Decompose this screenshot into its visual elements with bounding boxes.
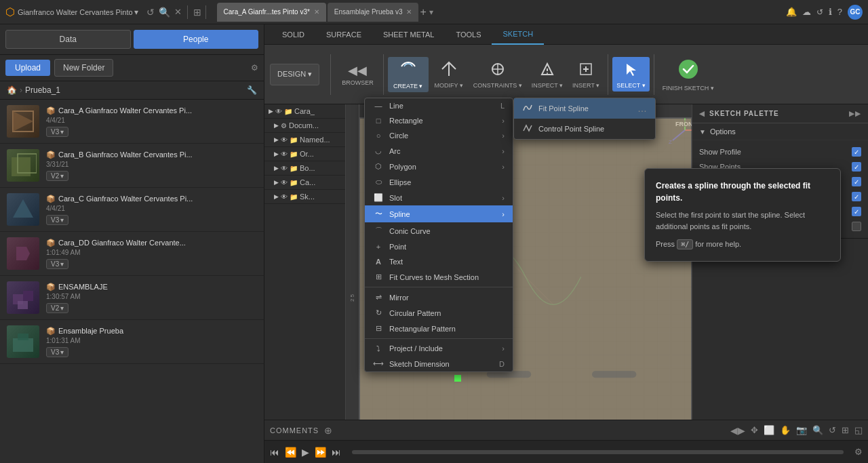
add-tab-button[interactable]: +: [420, 6, 426, 18]
new-folder-button[interactable]: New Folder: [54, 59, 113, 77]
camera-icon[interactable]: 📷: [796, 425, 807, 435]
menu-item-arc[interactable]: ◡ Arc ›: [365, 143, 513, 159]
tab-close-cara-a[interactable]: ✕: [314, 8, 319, 16]
file-version-badge[interactable]: V3▾: [46, 347, 68, 357]
eye-icon[interactable]: 👁: [275, 108, 282, 115]
fit-spline-more[interactable]: …: [637, 103, 647, 114]
hand-icon[interactable]: ✋: [780, 425, 791, 435]
menu-item-polygon[interactable]: ⬡ Polygon ›: [365, 159, 513, 174]
menu-item-project-include[interactable]: ⤵ Project / Include ›: [365, 341, 513, 356]
nav-solid[interactable]: SOLID: [271, 24, 315, 45]
close-icon[interactable]: ✕: [174, 7, 182, 17]
zoom-icon[interactable]: 🔍: [812, 425, 823, 435]
settings-icon[interactable]: ⚙: [251, 63, 258, 73]
menu-item-sketch-dimension[interactable]: ⟷ Sketch Dimension D: [365, 356, 513, 371]
skip-back-icon[interactable]: ⏮: [270, 447, 279, 458]
inspect-button[interactable]: INSPECT ▾: [528, 57, 567, 92]
list-item[interactable]: 📦 Cara_B Gianfraco Walter Cervantes Pi..…: [0, 144, 264, 188]
menu-item-fit-curves[interactable]: ⊞ Fit Curves to Mesh Section: [365, 269, 513, 285]
browser-row[interactable]: ▶ 👁 📁 Ca...: [264, 176, 345, 190]
frame-icon[interactable]: ⬜: [764, 425, 774, 435]
browser-row[interactable]: ▶ 👁 📁 Sk...: [264, 190, 345, 204]
nav-sketch[interactable]: SKETCH: [492, 24, 544, 45]
browser-row[interactable]: ▶ 👁 📁 Cara_: [264, 104, 345, 119]
file-version-badge[interactable]: V2▾: [46, 171, 68, 181]
app-title-arrow[interactable]: ▾: [134, 7, 138, 17]
submenu-fit-point-spline[interactable]: Fit Point Spline …: [514, 98, 655, 119]
eye-icon3[interactable]: 👁: [281, 150, 288, 158]
step-back-icon[interactable]: ⏪: [285, 447, 296, 458]
constraints-button[interactable]: CONSTRAINTS ▾: [469, 57, 526, 92]
info-icon[interactable]: ℹ: [829, 7, 832, 17]
eye-icon4[interactable]: 👁: [281, 165, 288, 172]
user-avatar[interactable]: GC: [848, 5, 863, 20]
browser-row[interactable]: ▶ ⚙ Docum...: [264, 119, 345, 133]
playback-settings-icon[interactable]: ⚙: [854, 447, 863, 457]
add-comment-icon[interactable]: ⊕: [324, 425, 332, 436]
menu-item-line[interactable]: — Line L: [365, 98, 513, 113]
file-version-badge[interactable]: V2▾: [46, 303, 68, 313]
modify-button[interactable]: MODIFY ▾: [430, 57, 468, 92]
menu-item-spline[interactable]: 〜 Spline ›: [365, 205, 513, 222]
list-item[interactable]: 📦 Cara_A Gianfraco Walter Cervantes Pi..…: [0, 100, 264, 144]
list-item[interactable]: 📦 Ensamblaje Prueba 1:01:31 AM V3▾: [0, 320, 264, 364]
checkbox-show-projected[interactable]: ✓: [852, 207, 861, 216]
browser-toggle[interactable]: ◀◀ BROWSER: [336, 60, 379, 89]
refresh-icon[interactable]: ↺: [146, 7, 155, 18]
skip-forward-icon[interactable]: ⏭: [332, 447, 341, 458]
menu-item-conic-curve[interactable]: ⌒ Conic Curve: [365, 222, 513, 239]
list-item[interactable]: 📦 Cara_C Gianfraco Walter Cervantes Pi..…: [0, 188, 264, 232]
submenu-control-point-spline[interactable]: Control Point Spline: [514, 119, 655, 139]
orbit-icon[interactable]: ↺: [829, 425, 836, 435]
notification-icon[interactable]: 🔔: [786, 7, 797, 17]
menu-item-slot[interactable]: ⬜ Slot ›: [365, 190, 513, 205]
checkbox-show-points[interactable]: ✓: [852, 162, 861, 172]
eye-icon2[interactable]: 👁: [281, 136, 288, 144]
timeline-bar[interactable]: [352, 450, 844, 454]
menu-item-text[interactable]: A Text: [365, 254, 513, 269]
palette-collapse-icon[interactable]: ◀: [699, 110, 705, 117]
checkbox-3d-sketch[interactable]: [852, 222, 861, 231]
step-forward-icon[interactable]: ⏩: [315, 447, 326, 458]
navigate-icon[interactable]: ✥: [751, 425, 758, 435]
cloud-icon[interactable]: ☁: [802, 7, 811, 17]
nav-sheet-metal[interactable]: SHEET METAL: [372, 24, 445, 45]
checkbox-show-constraints[interactable]: ✓: [852, 192, 861, 201]
menu-item-rectangle[interactable]: □ Rectangle ›: [365, 113, 513, 128]
people-tab-button[interactable]: People: [134, 30, 259, 49]
menu-item-circular-pattern[interactable]: ↻ Circular Pattern: [365, 305, 513, 321]
file-version-badge[interactable]: V3▾: [46, 259, 68, 269]
upload-button[interactable]: Upload: [5, 60, 50, 76]
create-menu-button[interactable]: CREATE ▾: [388, 57, 429, 92]
display-icon[interactable]: ◱: [854, 425, 863, 435]
design-dropdown-button[interactable]: DESIGN ▾: [270, 64, 319, 85]
tabs-overflow-icon[interactable]: ▾: [429, 7, 433, 17]
nav-tools[interactable]: TOOLS: [445, 24, 492, 45]
refresh2-icon[interactable]: ↺: [816, 7, 823, 17]
grid-icon[interactable]: ⊞: [193, 7, 201, 18]
select-button[interactable]: SELECT ▾: [612, 57, 649, 92]
file-version-badge[interactable]: V3▾: [46, 127, 68, 137]
list-item[interactable]: 📦 ENSAMBLAJE 1:30:57 AM V2▾: [0, 276, 264, 320]
nav-surface[interactable]: SURFACE: [315, 24, 372, 45]
list-item[interactable]: 📦 Cara_DD Gianfraco Walter Cervante... 1…: [0, 232, 264, 276]
finish-sketch-button[interactable]: FINISH SKETCH ▾: [658, 54, 718, 94]
browser-row[interactable]: ▶ 👁 📁 Or...: [264, 147, 345, 161]
menu-item-circle[interactable]: ○ Circle ›: [365, 128, 513, 143]
browser-row[interactable]: ▶ 👁 📁 Bo...: [264, 161, 345, 176]
insert-button[interactable]: INSERT ▾: [568, 57, 604, 92]
checkbox-show-profile[interactable]: ✓: [852, 147, 861, 157]
question-icon[interactable]: ?: [837, 7, 842, 17]
home-icon[interactable]: 🏠: [7, 85, 17, 95]
tab-close-ensamblaje[interactable]: ✕: [406, 8, 412, 16]
menu-item-rectangular-pattern[interactable]: ⊟ Rectangular Pattern: [365, 321, 513, 336]
file-version-badge[interactable]: V3▾: [46, 215, 68, 225]
comment-nav-icon[interactable]: ◀▶: [730, 425, 745, 436]
eye-icon6[interactable]: 👁: [281, 193, 288, 201]
breadcrumb-folder[interactable]: Prueba_1: [25, 85, 60, 95]
menu-item-point[interactable]: + Point: [365, 239, 513, 254]
play-icon[interactable]: ▶: [302, 447, 309, 458]
palette-expand-icon[interactable]: ▶▶: [849, 110, 861, 117]
checkbox-show-dimensions[interactable]: ✓: [852, 177, 861, 186]
eye-icon5[interactable]: 👁: [281, 179, 288, 186]
